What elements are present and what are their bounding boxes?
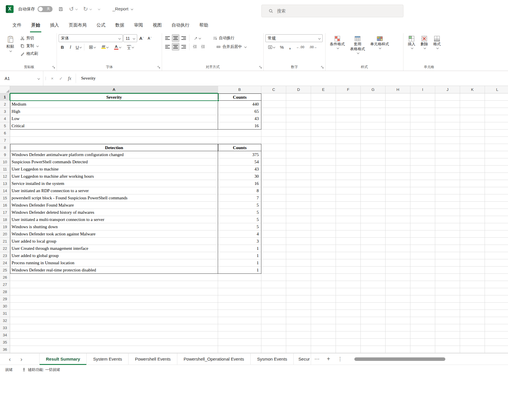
- cell-A19[interactable]: Windows is shutting down: [10, 223, 218, 230]
- cell-F33[interactable]: [336, 324, 361, 331]
- cell-J28[interactable]: [435, 288, 460, 295]
- italic-button[interactable]: I: [67, 43, 74, 51]
- cell-A17[interactable]: Windows Defender deleted history of malw…: [10, 209, 218, 216]
- increase-indent-button[interactable]: [199, 43, 207, 50]
- cell-J35[interactable]: [435, 339, 460, 346]
- cell-F36[interactable]: [336, 346, 361, 353]
- row-header-28[interactable]: 28: [0, 288, 10, 295]
- cell-L8[interactable]: [485, 144, 508, 151]
- cell-B17[interactable]: 5: [218, 209, 261, 216]
- cell-B26[interactable]: [218, 274, 261, 281]
- cell-G2[interactable]: [361, 101, 386, 108]
- cell-F2[interactable]: [336, 101, 361, 108]
- cell-J10[interactable]: [435, 158, 460, 166]
- cell-G35[interactable]: [361, 339, 386, 346]
- row-header-4[interactable]: 4: [0, 115, 10, 122]
- row-header-33[interactable]: 33: [0, 324, 10, 331]
- cell-E35[interactable]: [311, 339, 336, 346]
- column-header-h[interactable]: H: [386, 86, 410, 93]
- row-header-2[interactable]: 2: [0, 101, 10, 108]
- column-header-j[interactable]: J: [435, 86, 460, 93]
- cell-I27[interactable]: [410, 281, 435, 288]
- cell-I30[interactable]: [410, 303, 435, 310]
- cell-J14[interactable]: [435, 187, 460, 194]
- cell-G5[interactable]: [361, 122, 386, 130]
- cell-L10[interactable]: [485, 158, 508, 166]
- cell-H11[interactable]: [386, 166, 410, 173]
- row-header-18[interactable]: 18: [0, 216, 10, 223]
- cell-H7[interactable]: [386, 137, 410, 144]
- cell-D18[interactable]: [286, 216, 311, 223]
- cell-J19[interactable]: [435, 223, 460, 230]
- cell-E12[interactable]: [311, 173, 336, 180]
- cell-B14[interactable]: 8: [218, 187, 261, 194]
- bottom-align-button[interactable]: [180, 34, 187, 42]
- row-header-21[interactable]: 21: [0, 238, 10, 245]
- cell-A34[interactable]: [10, 331, 218, 339]
- cell-J24[interactable]: [435, 259, 460, 267]
- row-header-22[interactable]: 22: [0, 245, 10, 252]
- cell-H21[interactable]: [386, 238, 410, 245]
- cell-H18[interactable]: [386, 216, 410, 223]
- row-header-15[interactable]: 15: [0, 194, 10, 202]
- cell-B24[interactable]: 1: [218, 259, 261, 267]
- cell-B5[interactable]: 16: [218, 122, 261, 130]
- cell-F27[interactable]: [336, 281, 361, 288]
- cell-K24[interactable]: [460, 259, 485, 267]
- cell-H9[interactable]: [386, 151, 410, 158]
- cell-J13[interactable]: [435, 180, 460, 187]
- cell-B2[interactable]: 440: [218, 101, 261, 108]
- cell-A9[interactable]: Windows Defender antimalware platform co…: [10, 151, 218, 158]
- cell-L30[interactable]: [485, 303, 508, 310]
- cell-D16[interactable]: [286, 202, 311, 209]
- cell-C6[interactable]: [261, 130, 286, 137]
- cell-C21[interactable]: [261, 238, 286, 245]
- cell-C30[interactable]: [261, 303, 286, 310]
- cell-F19[interactable]: [336, 223, 361, 230]
- cancel-button[interactable]: ×: [48, 71, 57, 86]
- cell-L25[interactable]: [485, 267, 508, 274]
- cell-A7[interactable]: [10, 137, 218, 144]
- cell-B20[interactable]: 4: [218, 230, 261, 238]
- clipboard-dialog-launcher[interactable]: [52, 65, 56, 69]
- cell-B31[interactable]: [218, 310, 261, 317]
- cell-C19[interactable]: [261, 223, 286, 230]
- cell-K20[interactable]: [460, 230, 485, 238]
- cell-F20[interactable]: [336, 230, 361, 238]
- cell-I31[interactable]: [410, 310, 435, 317]
- cell-D8[interactable]: [286, 144, 311, 151]
- cell-I12[interactable]: [410, 173, 435, 180]
- cell-C12[interactable]: [261, 173, 286, 180]
- cell-H5[interactable]: [386, 122, 410, 130]
- cell-J26[interactable]: [435, 274, 460, 281]
- cell-K4[interactable]: [460, 115, 485, 122]
- ribbon-tab-1[interactable]: 开始: [26, 18, 45, 32]
- cell-I26[interactable]: [410, 274, 435, 281]
- cell-H23[interactable]: [386, 252, 410, 259]
- cell-D5[interactable]: [286, 122, 311, 130]
- cell-G26[interactable]: [361, 274, 386, 281]
- cell-D22[interactable]: [286, 245, 311, 252]
- bold-button[interactable]: B: [59, 43, 66, 51]
- ribbon-tab-5[interactable]: 数据: [110, 18, 129, 32]
- cell-D28[interactable]: [286, 288, 311, 295]
- cell-B15[interactable]: 7: [218, 194, 261, 202]
- cell-F32[interactable]: [336, 317, 361, 324]
- document-title[interactable]: _Report: [113, 6, 133, 12]
- cell-G36[interactable]: [361, 346, 386, 353]
- cell-K18[interactable]: [460, 216, 485, 223]
- cell-A33[interactable]: [10, 324, 218, 331]
- cell-K10[interactable]: [460, 158, 485, 166]
- cell-B19[interactable]: 5: [218, 223, 261, 230]
- cell-H28[interactable]: [386, 288, 410, 295]
- cell-A1[interactable]: Severity: [10, 93, 218, 101]
- cell-H12[interactable]: [386, 173, 410, 180]
- cell-A10[interactable]: Suspicious PowerShell commands Detected: [10, 158, 218, 166]
- cell-H29[interactable]: [386, 295, 410, 303]
- cell-C35[interactable]: [261, 339, 286, 346]
- cell-D23[interactable]: [286, 252, 311, 259]
- cell-B36[interactable]: [218, 346, 261, 353]
- fill-color-button[interactable]: [99, 43, 111, 51]
- row-header-8[interactable]: 8: [0, 144, 10, 151]
- cell-F12[interactable]: [336, 173, 361, 180]
